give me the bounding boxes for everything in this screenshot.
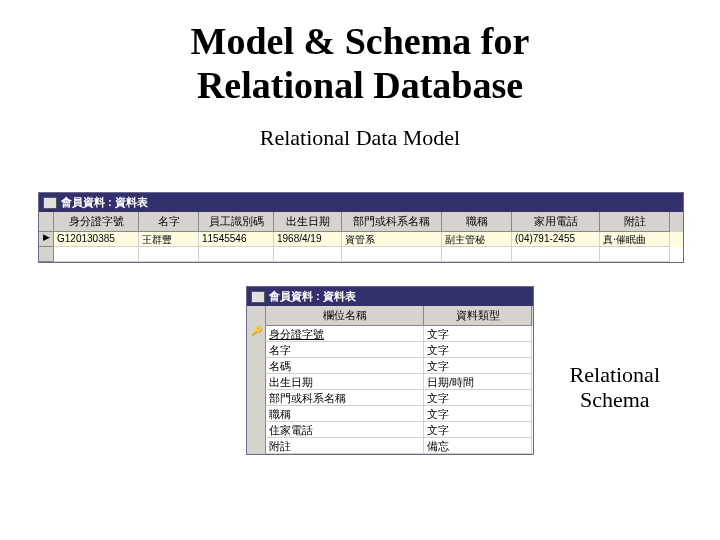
design-titlebar: 會員資料 : 資料表: [247, 287, 533, 306]
col-header[interactable]: 附註: [600, 212, 670, 232]
field-type-cell[interactable]: 日期/時間: [424, 374, 532, 390]
col-header[interactable]: 名字: [139, 212, 199, 232]
table-row[interactable]: ▶ G120130385 王群豐 11545546 1968/4/19 資管系 …: [39, 232, 683, 247]
cell[interactable]: [199, 247, 274, 262]
field-name-cell[interactable]: 名碼: [266, 358, 424, 374]
col-header[interactable]: 出生日期: [274, 212, 342, 232]
datasheet-window: 會員資料 : 資料表 身分證字號 名字 員工識別碼 出生日期 部門或科系名稱 職…: [38, 192, 684, 263]
cell[interactable]: [342, 247, 442, 262]
slide-title: Model & Schema for Relational Database: [0, 20, 720, 107]
col-header-datatype[interactable]: 資料類型: [424, 306, 532, 326]
cell[interactable]: [274, 247, 342, 262]
field-name-cell[interactable]: 部門或科系名稱: [266, 390, 424, 406]
col-header[interactable]: 家用電話: [512, 212, 600, 232]
field-row[interactable]: 附註 備忘: [247, 438, 533, 454]
schema-label-line2: Schema: [570, 387, 660, 412]
field-name-cell[interactable]: 名字: [266, 342, 424, 358]
field-name-cell[interactable]: 身分證字號: [266, 326, 424, 342]
title-line1: Model & Schema for: [0, 20, 720, 64]
field-name-cell[interactable]: 職稱: [266, 406, 424, 422]
table-row-empty[interactable]: [39, 247, 683, 262]
row-selector-header: [247, 306, 266, 326]
datasheet-header-row: 身分證字號 名字 員工識別碼 出生日期 部門或科系名稱 職稱 家用電話 附註: [39, 212, 683, 232]
field-name-cell[interactable]: 附註: [266, 438, 424, 454]
cell[interactable]: [600, 247, 670, 262]
cell[interactable]: 真‧催眠曲: [600, 232, 670, 247]
row-selector[interactable]: [247, 358, 266, 374]
schema-label: Relational Schema: [570, 362, 660, 413]
design-header-row: 欄位名稱 資料類型: [247, 306, 533, 326]
subtitle: Relational Data Model: [0, 125, 720, 151]
row-selector[interactable]: [39, 247, 54, 262]
cell[interactable]: G120130385: [54, 232, 139, 247]
cell[interactable]: 1968/4/19: [274, 232, 342, 247]
datasheet-titlebar: 會員資料 : 資料表: [39, 193, 683, 212]
cell[interactable]: [139, 247, 199, 262]
field-type-cell[interactable]: 文字: [424, 390, 532, 406]
cell[interactable]: (04)791-2455: [512, 232, 600, 247]
row-selector[interactable]: 🔑: [247, 326, 266, 342]
field-type-cell[interactable]: 文字: [424, 406, 532, 422]
col-header[interactable]: 身分證字號: [54, 212, 139, 232]
datasheet-title-text: 會員資料 : 資料表: [61, 195, 148, 210]
table-icon: [251, 291, 265, 303]
cell[interactable]: [442, 247, 512, 262]
design-title-text: 會員資料 : 資料表: [269, 289, 356, 304]
cell[interactable]: 資管系: [342, 232, 442, 247]
cell[interactable]: [512, 247, 600, 262]
cell[interactable]: 副主管秘: [442, 232, 512, 247]
field-type-cell[interactable]: 備忘: [424, 438, 532, 454]
col-header[interactable]: 職稱: [442, 212, 512, 232]
schema-label-line1: Relational: [570, 362, 660, 387]
title-line2: Relational Database: [0, 64, 720, 108]
field-row[interactable]: 名字 文字: [247, 342, 533, 358]
row-selector[interactable]: [247, 422, 266, 438]
field-type-cell[interactable]: 文字: [424, 422, 532, 438]
field-row[interactable]: 住家電話 文字: [247, 422, 533, 438]
row-selector[interactable]: [247, 390, 266, 406]
field-row[interactable]: 名碼 文字: [247, 358, 533, 374]
field-name-cell[interactable]: 住家電話: [266, 422, 424, 438]
primary-key-icon: 🔑: [251, 326, 262, 336]
field-type-cell[interactable]: 文字: [424, 342, 532, 358]
field-name-cell[interactable]: 出生日期: [266, 374, 424, 390]
cell[interactable]: 王群豐: [139, 232, 199, 247]
field-row[interactable]: 出生日期 日期/時間: [247, 374, 533, 390]
row-selector-header: [39, 212, 54, 232]
field-type-cell[interactable]: 文字: [424, 326, 532, 342]
row-selector[interactable]: [247, 374, 266, 390]
field-type-cell[interactable]: 文字: [424, 358, 532, 374]
row-selector[interactable]: ▶: [39, 232, 54, 247]
col-header[interactable]: 員工識別碼: [199, 212, 274, 232]
cell[interactable]: [54, 247, 139, 262]
col-header-fieldname[interactable]: 欄位名稱: [266, 306, 424, 326]
row-selector[interactable]: [247, 438, 266, 454]
col-header[interactable]: 部門或科系名稱: [342, 212, 442, 232]
field-row[interactable]: 🔑 身分證字號 文字: [247, 326, 533, 342]
field-row[interactable]: 部門或科系名稱 文字: [247, 390, 533, 406]
field-row[interactable]: 職稱 文字: [247, 406, 533, 422]
table-icon: [43, 197, 57, 209]
design-window: 會員資料 : 資料表 欄位名稱 資料類型 🔑 身分證字號 文字 名字 文字 名碼…: [246, 286, 534, 455]
row-selector[interactable]: [247, 342, 266, 358]
cell[interactable]: 11545546: [199, 232, 274, 247]
row-selector[interactable]: [247, 406, 266, 422]
